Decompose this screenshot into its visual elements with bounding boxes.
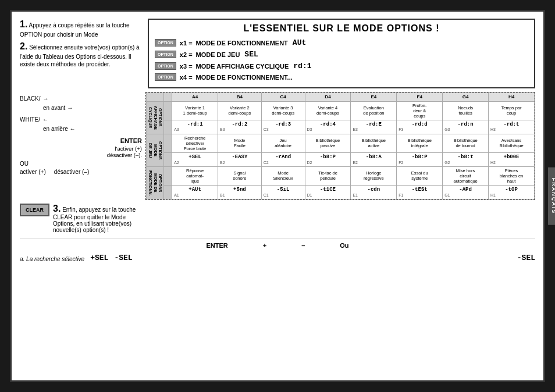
cell-d2-top: Bibliothèquepassive bbox=[305, 134, 351, 152]
step2-num: 2. bbox=[20, 41, 27, 51]
option-btn-3[interactable]: OPTION bbox=[155, 62, 176, 70]
id-b1: B1 bbox=[220, 193, 259, 198]
id-g3: G3 bbox=[444, 127, 486, 132]
code-a1: +AUt bbox=[174, 187, 216, 193]
code-c3: -rd:3 bbox=[264, 122, 303, 128]
option-code-2: SEL bbox=[244, 50, 258, 59]
option-btn-2[interactable]: OPTION bbox=[155, 51, 176, 58]
id-e3: E3 bbox=[353, 127, 394, 132]
footer-bottom-label: a. La recherche sélective bbox=[20, 256, 84, 262]
code-g2: -b8:t bbox=[444, 154, 486, 161]
cell-a3-top: Variante 11 demi-coup bbox=[172, 101, 218, 120]
th-b4: B4 bbox=[218, 93, 262, 102]
black-white-section: BLACK/ → en avant → WHITE/ ← en arrière … bbox=[20, 94, 142, 134]
code-g3: -rd:n bbox=[444, 122, 486, 128]
step3-text: 3. Enfin, appuyez sur la touche CLEAR po… bbox=[53, 204, 142, 233]
id-d2: D2 bbox=[307, 161, 349, 165]
cell-g3-label: Noeudsfouillés bbox=[444, 105, 486, 116]
footer-code3: -SEL bbox=[517, 254, 535, 262]
label-b1: Signalsonore bbox=[220, 170, 259, 181]
option-btn-1[interactable]: OPTION bbox=[155, 39, 176, 47]
cell-c3-top: Variante 3demi-coups bbox=[261, 101, 305, 120]
cell-h1-code: -tOP H1 bbox=[489, 185, 535, 199]
label-c2: Jeualéatoire bbox=[264, 138, 303, 148]
clear-button[interactable]: CLEAR bbox=[20, 204, 49, 216]
cell-b2-top: ModeFacile bbox=[218, 134, 262, 152]
id-c1: C1 bbox=[264, 193, 303, 198]
code-e1: -cdn bbox=[353, 187, 394, 193]
code-h3: -rd:t bbox=[490, 122, 532, 128]
th-empty2 bbox=[164, 93, 172, 102]
spacer-a bbox=[164, 101, 172, 120]
step1: 1. Appuyez à coups répétés sur la touche… bbox=[20, 19, 142, 38]
id-g2: G2 bbox=[444, 161, 486, 165]
middle-section: BLACK/ → en avant → WHITE/ ← en arrière … bbox=[20, 92, 535, 200]
th-d4: D4 bbox=[305, 93, 351, 102]
options-table: A4 B4 C4 D4 E4 F4 G4 H4 OPTIONSAFFICHAGE… bbox=[146, 92, 535, 199]
id-e2: E2 bbox=[353, 161, 394, 165]
cell-e2-code: -b8:A E2 bbox=[351, 152, 397, 166]
main-title: L'ESSENTIEL SUR LE MODE OPTIONS ! bbox=[155, 23, 528, 34]
label-d2: Bibliothèquepassive bbox=[307, 138, 349, 148]
step3-num: 3. bbox=[53, 204, 61, 213]
id-e1: E1 bbox=[353, 193, 394, 198]
option-label-1: MODE DE FONCTIONNEMENT bbox=[196, 40, 288, 47]
option-row-4: OPTION x4 = MODE DE FONCTIONNEMENT... bbox=[155, 73, 528, 81]
step2-text: Sélectionnez ensuite votre(vos) option(s… bbox=[20, 44, 140, 67]
id-h3: H3 bbox=[490, 127, 532, 132]
spacer-f bbox=[164, 185, 172, 199]
cell-f1-top: Essai dusystème bbox=[397, 166, 443, 185]
cell-g3-top: Noeudsfouillés bbox=[443, 101, 489, 120]
code-g1: -APd bbox=[444, 187, 486, 193]
activer-label: activer (+) bbox=[20, 169, 46, 175]
cell-d2-code: -b8:P D2 bbox=[305, 152, 351, 166]
cell-e3-code: -rd:E E3 bbox=[351, 120, 397, 134]
option-label-3: MODE AFFICHAGE CYCLIQUE bbox=[196, 63, 289, 70]
cell-e1-code: -cdn E1 bbox=[351, 185, 397, 199]
table-row-fonct-top: OPTIONSMODE DEFONCTIONN. Réponseautomat-… bbox=[147, 166, 535, 185]
cell-d1-code: -t1CE D1 bbox=[305, 185, 351, 199]
cell-f3-top: Profon-deur &coups bbox=[397, 101, 443, 120]
table-row-jeu-top: OPTIONSMODEDE JEU Recherchesélective/For… bbox=[147, 134, 535, 152]
cell-g2-top: Bibliothèquede tournoi bbox=[443, 134, 489, 152]
activer-desactiver: l'activer (+) désactiver (–). bbox=[20, 145, 142, 158]
cell-b3-top: Variante 2demi-coups bbox=[218, 101, 262, 120]
cell-a3-label: Variante 11 demi-coup bbox=[174, 105, 216, 116]
options-table-wrap: A4 B4 C4 D4 E4 F4 G4 H4 OPTIONSAFFICHAGE… bbox=[145, 92, 535, 200]
cell-a2-code: +SEL A2 bbox=[172, 152, 218, 166]
option-btn-4[interactable]: OPTION bbox=[155, 73, 176, 81]
label-a1: Réponseautomat-ique bbox=[174, 168, 216, 184]
cell-f1-code: -tESt F1 bbox=[397, 185, 443, 199]
cell-c1-top: ModeSilencieux bbox=[261, 166, 305, 185]
option-row-2: OPTION x2 = MODE DE JEU SEL bbox=[155, 50, 528, 59]
option-mult-2: x2 = bbox=[180, 51, 193, 58]
en-arriere-arrow: ← bbox=[70, 126, 76, 132]
cell-a2-top: Recherchesélective/Force brute bbox=[172, 134, 218, 152]
top-section: 1. Appuyez à coups répétés sur la touche… bbox=[20, 19, 535, 88]
activer-section: activer (+) désactiver (–) bbox=[20, 169, 142, 175]
table-row-fonct-code: +AUt A1 +5nd B1 -5iL C1 -t1CE bbox=[147, 185, 535, 199]
cell-f3-label: Profon-deur &coups bbox=[399, 103, 440, 119]
id-f1: F1 bbox=[399, 193, 440, 198]
id-f3: F3 bbox=[399, 127, 440, 132]
th-e4: E4 bbox=[351, 93, 397, 102]
ou-label: OU bbox=[20, 161, 142, 167]
code-c1: -5iL bbox=[264, 187, 303, 193]
label-g2: Bibliothèquede tournoi bbox=[444, 138, 486, 148]
id-a2: A2 bbox=[174, 161, 216, 165]
label-b2: ModeFacile bbox=[220, 138, 259, 148]
option-label-4: MODE DE FONCTIONNEMENT... bbox=[196, 74, 293, 81]
cell-g2-code: -b8:t G2 bbox=[443, 152, 489, 166]
cell-h3-label: Temps parcoup bbox=[490, 105, 532, 116]
id-f2: F2 bbox=[399, 161, 440, 165]
option-mult-1: x1 = bbox=[180, 40, 193, 47]
cell-d3-top: Variante 4demi-coups bbox=[305, 101, 351, 120]
code-h2: +b00E bbox=[490, 154, 532, 161]
label-f1: Essai dusystème bbox=[399, 170, 440, 181]
code-f3: -rd:d bbox=[399, 122, 440, 128]
cell-g1-top: Mise horscircuitautomatique bbox=[443, 166, 489, 185]
footer-ou: Ou bbox=[340, 242, 348, 249]
en-avant-row: en avant → bbox=[20, 104, 142, 113]
section-label-affichage: OPTIONSAFFICHAGECYCLIQUE bbox=[147, 101, 164, 134]
spacer-b bbox=[164, 120, 172, 134]
